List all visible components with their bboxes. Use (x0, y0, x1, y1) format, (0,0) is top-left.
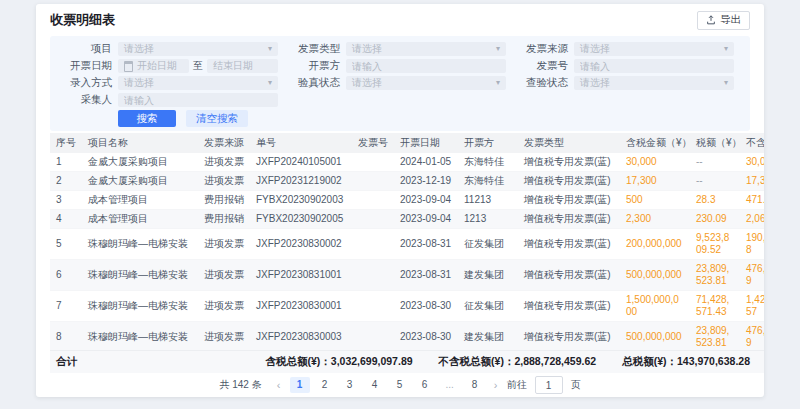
cell-net: 1,428,571,428.57 (740, 291, 764, 322)
cell-amount: 200,000,000 (620, 229, 690, 260)
filter-actions: 搜索 清空搜索 (118, 110, 742, 127)
export-button[interactable]: 导出 (697, 11, 750, 30)
cell-source: 进项发票 (198, 260, 250, 291)
project-select[interactable]: 请选择 ▾ (118, 42, 278, 56)
date-placeholder: 结束日期 (213, 59, 253, 73)
cell-no: 2 (50, 172, 82, 191)
cell-issuer: 建发集团 (458, 260, 518, 291)
table-row: 3 成本管理项目 费用报销 FYBX20230902003 2023-09-04… (50, 191, 764, 210)
page-button-6[interactable]: 6 (415, 377, 435, 393)
cell-net: 471.7 (740, 191, 764, 210)
cell-type: 增值税专用发票(蓝) (518, 210, 620, 229)
table-header-row: 序号 项目名称 发票来源 单号 发票号 开票日期 开票方 发票类型 含税金额（¥… (50, 133, 764, 153)
cell-order: JXFP20230830002 (250, 229, 352, 260)
cell-project: 成本管理项目 (82, 210, 198, 229)
cell-tax: -- (690, 153, 740, 172)
summary-bar: 合计 含税总额(¥)：3,032,699,097.89 不含税总额(¥)：2,8… (50, 350, 764, 373)
cell-amount: 30,000 (620, 153, 690, 172)
cell-invoice-no (352, 291, 394, 322)
cell-source: 进项发票 (198, 172, 250, 191)
chevron-down-icon: ▾ (268, 79, 272, 87)
cell-tax: 28.3 (690, 191, 740, 210)
cell-source: 进项发票 (198, 322, 250, 351)
cell-project: 珠穆朗玛峰—电梯安装 (82, 322, 198, 351)
select-placeholder: 请选择 (124, 76, 154, 90)
cell-type: 增值税专用发票(蓝) (518, 172, 620, 191)
page-button-1[interactable]: 1 (290, 377, 310, 393)
column-header-project: 项目名称 (82, 133, 198, 153)
filter-project: 项目 请选择 ▾ (58, 42, 278, 56)
search-button[interactable]: 搜索 (118, 110, 176, 127)
cell-order: JXFP20230831001 (250, 260, 352, 291)
page-button-5[interactable]: 5 (390, 377, 410, 393)
filter-label: 验真状态 (286, 76, 340, 90)
page-button-3[interactable]: 3 (340, 377, 360, 393)
cell-amount: 17,300 (620, 172, 690, 191)
prev-page-button[interactable]: ‹ (273, 379, 285, 391)
collector-input[interactable] (118, 93, 278, 107)
next-page-button[interactable]: › (490, 379, 502, 391)
cell-invoice-no (352, 322, 394, 351)
end-date-input[interactable]: 结束日期 (207, 59, 278, 73)
issuer-input[interactable] (346, 59, 506, 73)
cell-net: 190,476,190.48 (740, 229, 764, 260)
cell-no: 8 (50, 322, 82, 351)
cell-date: 2023-08-31 (394, 260, 458, 291)
cell-type: 增值税专用发票(蓝) (518, 153, 620, 172)
cell-amount: 1,500,000,000 (620, 291, 690, 322)
invoice-type-select[interactable]: 请选择 ▾ (346, 42, 506, 56)
page-button-2[interactable]: 2 (315, 377, 335, 393)
chevron-down-icon: ▾ (496, 45, 500, 53)
goto-page-input[interactable] (535, 376, 563, 394)
verify-status-select[interactable]: 请选择 ▾ (346, 76, 506, 90)
column-header-no: 序号 (50, 133, 82, 153)
column-header-amount: 含税金额（¥） (620, 133, 690, 153)
cell-tax: 23,809,523.81 (690, 260, 740, 291)
page-button-8[interactable]: 8 (465, 377, 485, 393)
cell-order: JXFP20231219002 (250, 172, 352, 191)
cell-net: 30,000 (740, 153, 764, 172)
cell-order: JXFP20240105001 (250, 153, 352, 172)
column-header-order: 单号 (250, 133, 352, 153)
invoice-source-select[interactable]: 请选择 ▾ (574, 42, 734, 56)
filter-collector: 采集人 (58, 93, 278, 107)
filter-label: 发票类型 (286, 42, 340, 56)
filter-issuer: 开票方 (286, 59, 506, 73)
cell-tax: 71,428,571.43 (690, 291, 740, 322)
table-row: 1 金威大厦采购项目 进项发票 JXFP20240105001 2024-01-… (50, 153, 764, 172)
cell-amount: 2,300 (620, 210, 690, 229)
filter-label: 查验状态 (514, 76, 568, 90)
cell-order: FYBX20230902005 (250, 210, 352, 229)
filter-entry-method: 录入方式 请选择 ▾ (58, 76, 278, 90)
table-row: 8 珠穆朗玛峰—电梯安装 进项发票 JXFP20230830003 2023-0… (50, 322, 764, 351)
entry-method-select[interactable]: 请选择 ▾ (118, 76, 278, 90)
select-placeholder: 请选择 (352, 76, 382, 90)
page-ellipsis: ... (440, 377, 460, 393)
filter-label: 发票来源 (514, 42, 568, 56)
cell-date: 2023-08-30 (394, 291, 458, 322)
table-row: 7 珠穆朗玛峰—电梯安装 进项发票 JXFP20230830001 2023-0… (50, 291, 764, 322)
summary-tax-total: 总税额(¥)：143,970,638.28 (622, 355, 750, 369)
start-date-input[interactable]: 开始日期 (118, 59, 189, 73)
cell-project: 金威大厦采购项目 (82, 172, 198, 191)
cell-source: 进项发票 (198, 153, 250, 172)
column-header-source: 发票来源 (198, 133, 250, 153)
cell-issuer: 建发集团 (458, 322, 518, 351)
table-row: 5 珠穆朗玛峰—电梯安装 进项发票 JXFP20230830002 2023-0… (50, 229, 764, 260)
filter-invoice-source: 发票来源 请选择 ▾ (514, 42, 734, 56)
chevron-down-icon: ▾ (724, 45, 728, 53)
invoice-no-input[interactable] (574, 59, 734, 73)
cell-net: 17,300 (740, 172, 764, 191)
invoice-table: 序号 项目名称 发票来源 单号 发票号 开票日期 开票方 发票类型 含税金额（¥… (50, 133, 764, 350)
calendar-icon (124, 61, 133, 72)
cell-amount: 500 (620, 191, 690, 210)
cell-source: 进项发票 (198, 291, 250, 322)
clear-search-button[interactable]: 清空搜索 (186, 110, 248, 127)
cell-project: 珠穆朗玛峰—电梯安装 (82, 229, 198, 260)
chevron-down-icon: ▾ (496, 79, 500, 87)
check-status-select[interactable]: 请选择 ▾ (574, 76, 734, 90)
cell-net: 476,190,476.19 (740, 260, 764, 291)
page-button-4[interactable]: 4 (365, 377, 385, 393)
select-placeholder: 请选择 (580, 76, 610, 90)
chevron-down-icon: ▾ (268, 45, 272, 53)
